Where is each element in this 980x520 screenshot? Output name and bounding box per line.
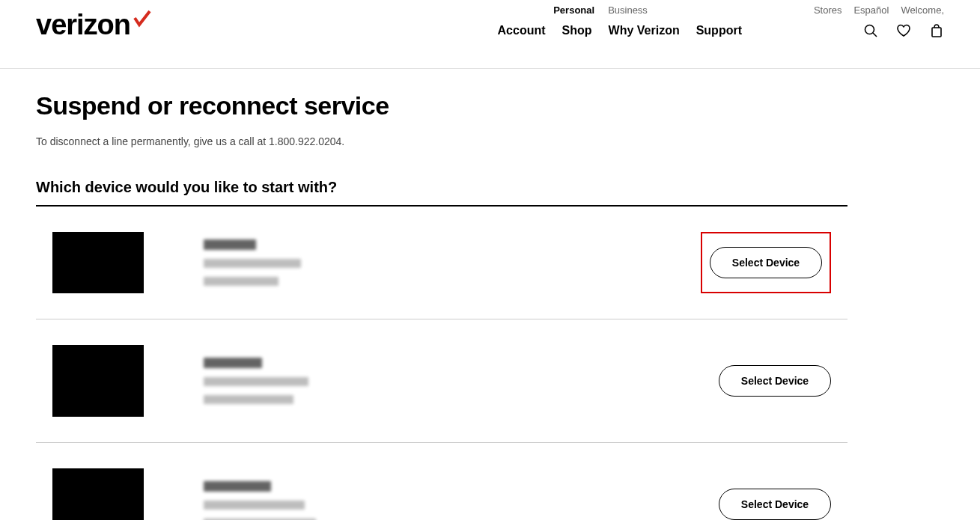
util-links: Stores Español Welcome, [814, 4, 944, 16]
device-info [204, 481, 719, 520]
link-espanol[interactable]: Español [853, 4, 889, 16]
nav-support[interactable]: Support [696, 24, 742, 37]
main-content: Suspend or reconnect service To disconne… [0, 69, 883, 520]
device-thumbnail [52, 232, 144, 293]
svg-point-0 [865, 25, 874, 34]
nav-row: Account Shop Why Verizon Support [498, 23, 944, 38]
site-header: verizon Personal Business Stores Español… [0, 0, 980, 69]
link-stores[interactable]: Stores [814, 4, 842, 16]
logo-text: verizon [36, 9, 130, 41]
verizon-logo[interactable]: verizon [36, 9, 151, 41]
primary-nav: Account Shop Why Verizon Support [498, 24, 742, 37]
segment-business[interactable]: Business [608, 4, 648, 16]
select-device-button[interactable]: Select Device [719, 489, 831, 520]
device-row: Select Device [36, 207, 847, 319]
nav-account[interactable]: Account [498, 24, 546, 37]
header-right: Personal Business Stores Español Welcome… [498, 3, 944, 38]
device-name-redacted [204, 358, 262, 368]
device-row: Select Device [36, 319, 847, 443]
device-info [204, 358, 719, 404]
device-detail-redacted [204, 377, 308, 386]
device-detail-redacted [204, 259, 301, 268]
nav-shop[interactable]: Shop [562, 24, 592, 37]
device-thumbnail [52, 468, 144, 520]
svg-line-1 [873, 33, 877, 37]
device-detail-redacted [204, 395, 293, 404]
select-device-button[interactable]: Select Device [719, 365, 831, 397]
page-subtitle: To disconnect a line permanently, give u… [36, 135, 847, 147]
device-detail-redacted [204, 277, 279, 286]
device-info [204, 239, 701, 286]
welcome-text[interactable]: Welcome, [901, 4, 944, 16]
device-thumbnail [52, 345, 144, 417]
select-device-button[interactable]: Select Device [710, 247, 822, 278]
header-icons [863, 23, 944, 38]
search-icon[interactable] [863, 23, 878, 38]
nav-why-verizon[interactable]: Why Verizon [609, 24, 680, 37]
segment-personal[interactable]: Personal [553, 4, 594, 16]
top-links: Personal Business Stores Español Welcome… [553, 3, 944, 16]
device-detail-redacted [204, 501, 305, 510]
segment-switch: Personal Business [553, 4, 648, 16]
heart-icon[interactable] [896, 23, 911, 38]
device-name-redacted [204, 239, 256, 250]
page-title: Suspend or reconnect service [36, 91, 847, 120]
bag-icon[interactable] [929, 23, 944, 38]
check-icon [132, 10, 151, 29]
section-title: Which device would you like to start wit… [36, 179, 847, 196]
device-row: Select Device [36, 443, 847, 520]
device-name-redacted [204, 481, 271, 492]
highlight-box: Select Device [701, 232, 831, 293]
svg-rect-2 [932, 28, 941, 37]
